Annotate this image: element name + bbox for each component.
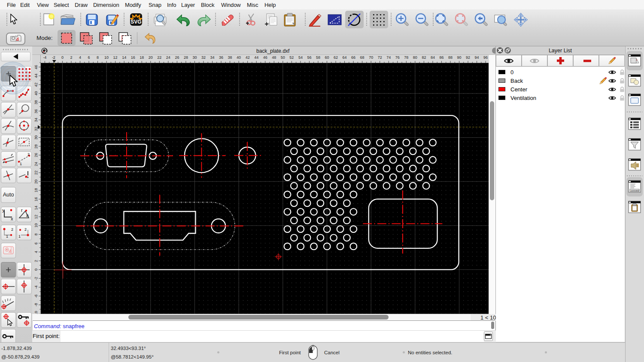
- svg-text:command: command: [631, 190, 639, 192]
- svg-text:r: r: [21, 208, 23, 213]
- svg-text:2: 2: [24, 227, 27, 232]
- svg-text:1: 1: [6, 234, 8, 238]
- svg-text:1: 1: [20, 162, 22, 166]
- svg-text:1: 1: [18, 234, 21, 238]
- svg-text:SVG: SVG: [131, 19, 141, 25]
- svg-text:2: 2: [27, 152, 30, 157]
- svg-text:a: a: [26, 213, 29, 218]
- svg-text:y: y: [2, 208, 5, 213]
- svg-text:x: x: [11, 216, 13, 221]
- svg-text:2: 2: [11, 227, 13, 232]
